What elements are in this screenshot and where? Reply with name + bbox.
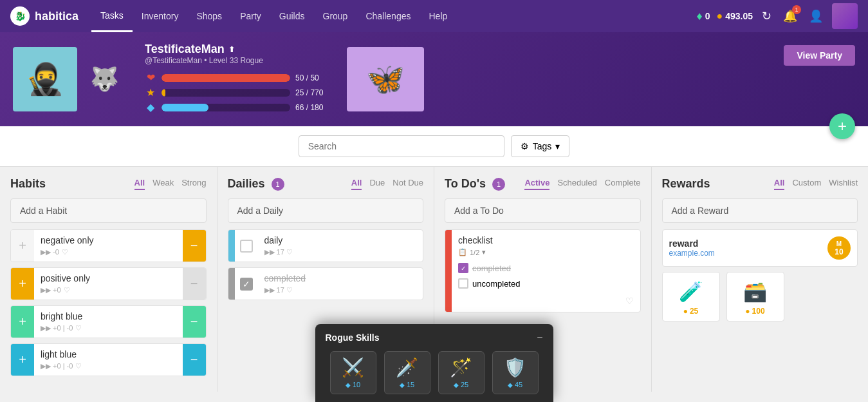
habit-plus-btn[interactable]: + xyxy=(11,268,34,300)
todo-sub-checkbox-checked[interactable]: ✓ xyxy=(458,263,468,273)
skill-card[interactable]: 🪄 ◆ 25 xyxy=(438,351,485,392)
todo-sub-checkbox-unchecked[interactable] xyxy=(458,278,468,289)
skill-cost: ◆ 25 xyxy=(444,381,479,388)
search-input[interactable] xyxy=(299,135,504,157)
brand[interactable]: 🐉 habitica xyxy=(10,6,78,26)
habit-plus-btn[interactable]: + xyxy=(11,344,34,376)
rewards-title: Rewards xyxy=(662,177,710,191)
tab-rewards-custom[interactable]: Custom xyxy=(792,178,821,190)
skill-cost: ◆ 15 xyxy=(390,381,425,388)
habits-column: Habits All Weak Strong Add a Habit + neg… xyxy=(0,167,217,392)
tab-habits-strong[interactable]: Strong xyxy=(181,178,206,190)
skill-cost: ◆ 45 xyxy=(498,381,533,388)
habit-minus-btn[interactable]: − xyxy=(183,230,206,262)
tags-button[interactable]: ⚙ Tags ▾ xyxy=(511,135,570,157)
dailies-header: Dailies 1 All Due Not Due xyxy=(228,177,424,191)
add-todo-button[interactable]: Add a To Do xyxy=(445,198,641,223)
habit-minus-btn[interactable]: − xyxy=(183,268,206,300)
dailies-badge: 1 xyxy=(272,178,284,191)
nav-help[interactable]: Help xyxy=(420,0,456,32)
reward-card-icon: 🗃️ xyxy=(732,280,779,303)
reward-grid: 🧪 ● 25 🗃️ ● 100 xyxy=(662,272,858,321)
reward-item: reward example.com M 10 xyxy=(662,229,858,267)
notifications-button[interactable]: 🔔 1 xyxy=(780,6,800,26)
todo-subtask-count[interactable]: 📋 1/2 ▾ xyxy=(458,248,634,256)
rogue-skills-popup: Rogue Skills − ⚔️ ◆ 10 🗡️ ◆ 15 🪄 ◆ 25 � xyxy=(315,324,553,392)
habit-name: negative only xyxy=(41,235,176,245)
profile-button[interactable]: 👤 xyxy=(806,6,826,26)
todo-sub-item: uncompleted xyxy=(458,276,634,291)
tab-dailies-all[interactable]: All xyxy=(351,178,362,190)
xp-value: 25 / 770 xyxy=(295,88,334,97)
nav-shops[interactable]: Shops xyxy=(187,0,231,32)
dailies-tabs: All Due Not Due xyxy=(351,178,423,190)
reward-body: reward example.com xyxy=(669,238,822,258)
skill-icon: 🛡️ xyxy=(498,357,533,378)
tab-habits-all[interactable]: All xyxy=(134,178,145,190)
refresh-button[interactable]: ↻ xyxy=(759,6,774,26)
habit-item: + light blue ▶▶ +0 | -0 ♡ − xyxy=(10,343,207,376)
todos-tabs: Active Scheduled Complete xyxy=(524,178,640,190)
profile-subtitle: @TestificateMan • Level 33 Rogue xyxy=(145,56,334,65)
nav-guilds[interactable]: Guilds xyxy=(270,0,314,32)
habit-plus-btn[interactable]: + xyxy=(11,306,34,338)
tab-dailies-due[interactable]: Due xyxy=(369,178,385,190)
tab-todos-active[interactable]: Active xyxy=(524,178,549,190)
add-daily-button[interactable]: Add a Daily xyxy=(228,198,424,223)
nav-links: Tasks Inventory Shops Party Guilds Group… xyxy=(91,0,456,32)
rogue-skills-grid: ⚔️ ◆ 10 🗡️ ◆ 15 🪄 ◆ 25 🛡️ ◆ 45 xyxy=(326,351,543,392)
habits-title: Habits xyxy=(10,177,46,191)
skill-card[interactable]: ⚔️ ◆ 10 xyxy=(330,351,376,392)
gem-value: 0 xyxy=(705,11,710,21)
profile-info: TestificateMan ⬆ @TestificateMan • Level… xyxy=(145,43,334,116)
habits-title-row: Habits xyxy=(10,177,46,191)
rewards-tabs: All Custom Wishlist xyxy=(774,178,858,190)
tab-rewards-wishlist[interactable]: Wishlist xyxy=(829,178,858,190)
skill-cost-value: 25 xyxy=(461,381,468,388)
todo-heart: ♡ xyxy=(458,295,634,307)
reward-cost-value: 10 xyxy=(835,247,843,256)
daily-check-area: ✓ xyxy=(235,268,258,300)
daily-name: completed xyxy=(264,273,417,283)
mp-bar-fill xyxy=(162,104,208,111)
skill-card[interactable]: 🛡️ ◆ 45 xyxy=(492,351,539,392)
tab-habits-weak[interactable]: Weak xyxy=(152,178,174,190)
tab-dailies-notdue[interactable]: Not Due xyxy=(392,178,423,190)
daily-checkbox[interactable]: ✓ xyxy=(240,278,253,291)
daily-check-area xyxy=(235,230,258,262)
add-habit-button[interactable]: Add a Habit xyxy=(10,198,207,223)
mp-row: ◆ 66 / 180 xyxy=(145,101,334,113)
skill-card[interactable]: 🗡️ ◆ 15 xyxy=(384,351,430,392)
reward-link[interactable]: example.com xyxy=(669,249,822,258)
rewards-header: Rewards All Custom Wishlist xyxy=(662,177,858,191)
reward-card-icon: 🧪 xyxy=(668,280,714,303)
add-fab[interactable]: + xyxy=(829,113,855,139)
add-reward-button[interactable]: Add a Reward xyxy=(662,198,858,223)
rogue-popup-close[interactable]: − xyxy=(537,332,542,343)
tab-rewards-all[interactable]: All xyxy=(774,178,785,190)
view-party-button[interactable]: View Party xyxy=(784,45,855,66)
daily-body: completed ▶▶ 17 ♡ xyxy=(258,268,423,300)
nav-group[interactable]: Group xyxy=(314,0,357,32)
nav-challenges[interactable]: Challenges xyxy=(356,0,420,32)
skill-cost-value: 15 xyxy=(407,381,414,388)
skill-icon: 🪄 xyxy=(444,357,479,378)
reward-card[interactable]: 🗃️ ● 100 xyxy=(726,272,784,321)
habit-name: bright blue xyxy=(41,311,176,321)
todos-title: To Do's xyxy=(445,177,486,191)
habit-plus-btn[interactable]: + xyxy=(11,230,34,262)
tab-todos-complete[interactable]: Complete xyxy=(605,178,641,190)
nav-tasks[interactable]: Tasks xyxy=(91,0,133,32)
tags-chevron: ▾ xyxy=(555,141,560,151)
nav-inventory[interactable]: Inventory xyxy=(133,0,188,32)
mana-icon: ◆ xyxy=(346,381,351,388)
tab-todos-scheduled[interactable]: Scheduled xyxy=(557,178,596,190)
habit-minus-btn[interactable]: − xyxy=(183,306,206,338)
hp-icon: ❤ xyxy=(145,72,156,84)
reward-card[interactable]: 🧪 ● 25 xyxy=(662,272,720,321)
daily-checkbox[interactable] xyxy=(240,240,253,253)
nav-party[interactable]: Party xyxy=(231,0,270,32)
habit-meta: ▶▶ +0 ♡ xyxy=(41,286,176,294)
avatar-pet: 🐺 xyxy=(90,66,119,93)
habit-minus-btn[interactable]: − xyxy=(183,344,206,376)
